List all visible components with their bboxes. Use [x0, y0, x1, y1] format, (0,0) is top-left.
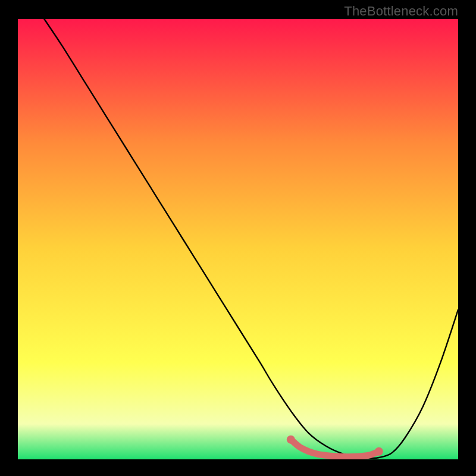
plot-frame	[18, 19, 458, 459]
watermark-text: TheBottleneck.com	[344, 4, 458, 19]
heatmap-background	[18, 19, 458, 459]
gradient-rect	[18, 19, 458, 459]
